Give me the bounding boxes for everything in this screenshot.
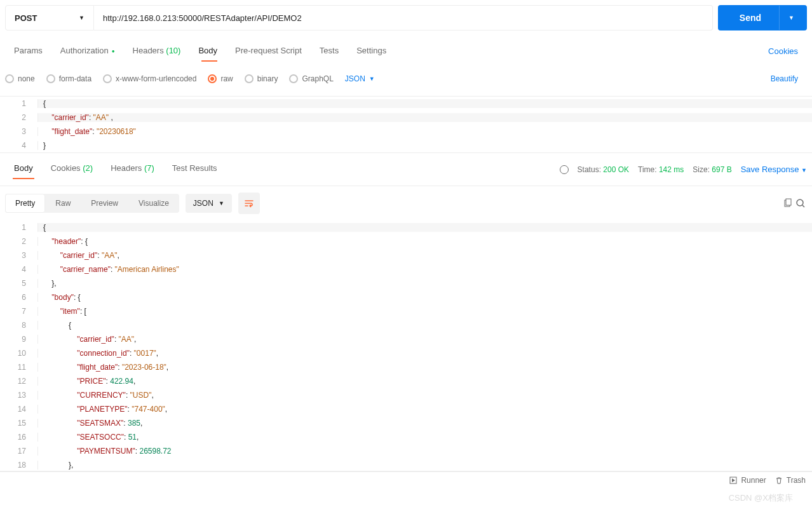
size-label: Size: 697 B bbox=[693, 165, 731, 174]
url-input[interactable] bbox=[94, 5, 713, 30]
body-format-select[interactable]: JSON▼ bbox=[345, 74, 375, 83]
play-icon bbox=[729, 477, 737, 484]
copy-button[interactable] bbox=[782, 197, 794, 210]
code-line: 6 "body": { bbox=[0, 290, 812, 304]
tab-authorization[interactable]: Authorization bbox=[51, 41, 124, 62]
wrap-button[interactable] bbox=[238, 193, 260, 214]
svg-point-2 bbox=[797, 200, 803, 206]
code-line: 5 }, bbox=[0, 276, 812, 290]
code-line: 4} bbox=[0, 139, 812, 152]
svg-line-3 bbox=[802, 205, 804, 207]
save-response-link[interactable]: Save Response ▼ bbox=[741, 165, 807, 174]
cookies-link[interactable]: Cookies bbox=[759, 41, 807, 61]
radio-xform[interactable]: x-www-form-urlencoded bbox=[103, 74, 196, 83]
tab-tests[interactable]: Tests bbox=[311, 41, 348, 62]
radio-raw[interactable]: raw bbox=[208, 74, 233, 83]
code-line: 1{ bbox=[0, 97, 812, 111]
code-line: 1{ bbox=[0, 220, 812, 234]
chevron-down-icon: ▼ bbox=[801, 167, 807, 173]
time-label: Time: 142 ms bbox=[638, 165, 684, 174]
globe-icon[interactable] bbox=[560, 165, 569, 174]
request-body-editor[interactable]: 1{2 "carrier_id": "AA" ,3 "flight_date":… bbox=[0, 97, 812, 153]
tab-prerequest[interactable]: Pre-request Script bbox=[226, 41, 311, 62]
chevron-down-icon: ▼ bbox=[219, 200, 224, 206]
code-line: 11 "flight_date": "2023-06-18", bbox=[0, 360, 812, 374]
chevron-down-icon: ▼ bbox=[369, 76, 375, 82]
tab-body[interactable]: Body bbox=[189, 41, 226, 62]
search-icon bbox=[795, 198, 806, 208]
radio-binary[interactable]: binary bbox=[245, 74, 278, 83]
send-caret[interactable]: ▼ bbox=[779, 6, 803, 30]
code-line: 8 { bbox=[0, 318, 812, 332]
resp-tab-headers[interactable]: Headers (7) bbox=[102, 159, 163, 179]
search-button[interactable] bbox=[794, 197, 807, 210]
code-line: 3 "flight_date": "20230618" bbox=[0, 125, 812, 139]
resp-tab-cookies[interactable]: Cookies (2) bbox=[42, 159, 102, 179]
resp-tab-tests[interactable]: Test Results bbox=[163, 159, 226, 179]
code-line: 2 "header": { bbox=[0, 234, 812, 248]
tab-params[interactable]: Params bbox=[5, 41, 51, 62]
code-line: 12 "PRICE": 422.94, bbox=[0, 374, 812, 388]
code-line: 18 }, bbox=[0, 458, 812, 471]
radio-formdata[interactable]: form-data bbox=[46, 74, 91, 83]
tab-headers[interactable]: Headers (10) bbox=[124, 41, 190, 62]
svg-rect-1 bbox=[786, 199, 791, 205]
response-body-editor[interactable]: 1{2 "header": {3 "carrier_id": "AA",4 "c… bbox=[0, 220, 812, 471]
method-select[interactable]: POST ▼ bbox=[5, 5, 94, 30]
method-label: POST bbox=[15, 13, 37, 23]
code-line: 14 "PLANETYPE": "747-400", bbox=[0, 402, 812, 416]
code-line: 9 "carrier_id": "AA", bbox=[0, 332, 812, 346]
view-raw[interactable]: Raw bbox=[45, 194, 81, 213]
code-line: 17 "PAYMENTSUM": 26598.72 bbox=[0, 444, 812, 458]
view-pretty[interactable]: Pretty bbox=[5, 194, 45, 213]
send-button[interactable]: Send ▼ bbox=[718, 5, 807, 30]
resp-tab-body[interactable]: Body bbox=[5, 159, 42, 179]
chevron-down-icon: ▼ bbox=[788, 15, 794, 21]
code-line: 4 "carrier_name": "American Airlines" bbox=[0, 262, 812, 276]
status-label: Status: 200 OK bbox=[578, 165, 629, 174]
radio-none[interactable]: none bbox=[5, 74, 35, 83]
send-label: Send bbox=[722, 13, 779, 23]
trash-button[interactable]: Trash bbox=[775, 476, 806, 485]
view-mode-group: Pretty Raw Preview Visualize bbox=[5, 194, 179, 213]
tab-settings[interactable]: Settings bbox=[348, 41, 395, 62]
code-line: 3 "carrier_id": "AA", bbox=[0, 248, 812, 262]
code-line: 15 "SEATSMAX": 385, bbox=[0, 416, 812, 430]
trash-icon bbox=[775, 477, 783, 484]
view-preview[interactable]: Preview bbox=[81, 194, 128, 213]
copy-icon bbox=[783, 198, 793, 208]
view-visualize[interactable]: Visualize bbox=[128, 194, 179, 213]
code-line: 10 "connection_id": "0017", bbox=[0, 346, 812, 360]
code-line: 2 "carrier_id": "AA" , bbox=[0, 111, 812, 125]
wrap-icon bbox=[244, 198, 254, 208]
beautify-link[interactable]: Beautify bbox=[762, 69, 807, 88]
code-line: 13 "CURRENCY": "USD", bbox=[0, 388, 812, 402]
format-select[interactable]: JSON▼ bbox=[186, 194, 232, 213]
chevron-down-icon: ▼ bbox=[79, 15, 85, 21]
code-line: 7 "item": [ bbox=[0, 304, 812, 318]
code-line: 16 "SEATSOCC": 51, bbox=[0, 430, 812, 444]
runner-button[interactable]: Runner bbox=[729, 476, 766, 485]
radio-graphql[interactable]: GraphQL bbox=[289, 74, 333, 83]
